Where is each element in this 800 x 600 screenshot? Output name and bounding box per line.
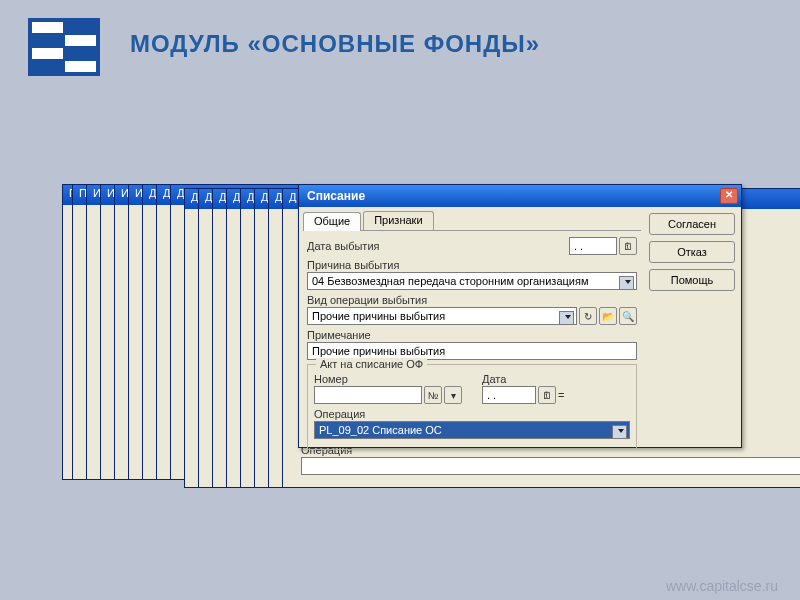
number-icon[interactable]: № xyxy=(424,386,442,404)
tab-attributes[interactable]: Признаки xyxy=(363,211,433,230)
help-button[interactable]: Помощь xyxy=(649,269,735,291)
footer-url: www.capitalcse.ru xyxy=(666,578,778,594)
chevron-down-icon[interactable]: ▾ xyxy=(444,386,462,404)
act-number-field[interactable] xyxy=(314,386,422,404)
dialog-spisanie: Списание ✕ Общие Признаки Дата выбытия .… xyxy=(298,184,742,448)
search-icon[interactable]: 🔍 xyxy=(619,307,637,325)
note-label: Примечание xyxy=(307,329,637,341)
close-icon[interactable]: ✕ xyxy=(720,188,738,204)
act-op-label: Операция xyxy=(314,408,630,420)
act-op-combo[interactable]: PL_09_02 Списание ОС xyxy=(314,421,630,439)
logo xyxy=(28,18,100,76)
reason-combo[interactable]: 04 Безвозмездная передача сторонним орга… xyxy=(307,272,637,290)
act-group: Акт на списание ОФ Номер № ▾ xyxy=(307,364,637,450)
eq-sign: = xyxy=(558,389,564,401)
reason-label: Причина выбытия xyxy=(307,259,637,271)
op-type-label: Вид операции выбытия xyxy=(307,294,637,306)
page-title: МОДУЛЬ «ОСНОВНЫЕ ФОНДЫ» xyxy=(130,30,540,58)
act-date-label: Дата xyxy=(482,373,630,385)
folder-icon[interactable]: 📂 xyxy=(599,307,617,325)
calendar-icon[interactable]: 🗓 xyxy=(619,237,637,255)
agree-button[interactable]: Согласен xyxy=(649,213,735,235)
act-number-label: Номер xyxy=(314,373,462,385)
cancel-button[interactable]: Отказ xyxy=(649,241,735,263)
disposal-date-label: Дата выбытия xyxy=(307,240,380,252)
window-stack: П По Из Из Из Из До До До Д Д Д Д Д Д Д … xyxy=(62,184,742,504)
op-type-combo[interactable]: Прочие причины выбытия xyxy=(307,307,577,325)
refresh-icon[interactable]: ↻ xyxy=(579,307,597,325)
calendar-icon-2[interactable]: 🗓 xyxy=(538,386,556,404)
act-legend: Акт на списание ОФ xyxy=(316,358,427,370)
lower-op-combo[interactable] xyxy=(301,457,800,475)
act-date-field[interactable]: . . xyxy=(482,386,536,404)
disposal-date-field[interactable]: . . xyxy=(569,237,617,255)
tab-general[interactable]: Общие xyxy=(303,212,361,231)
window-title: Списание xyxy=(307,189,365,203)
